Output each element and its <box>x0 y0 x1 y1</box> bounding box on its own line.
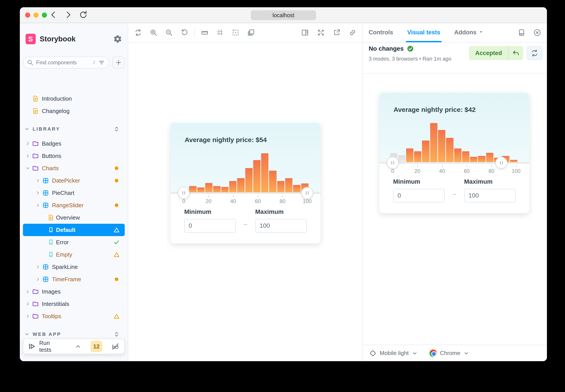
warning-triangle-icon <box>113 251 120 258</box>
axis-tick <box>492 165 492 167</box>
sidebar-item-changelog[interactable]: Changelog <box>23 105 125 117</box>
browser-selector[interactable]: Chrome <box>430 350 469 357</box>
browser-back-icon[interactable] <box>48 10 58 20</box>
chevron-right-icon[interactable] <box>25 141 30 146</box>
sidebar-item-overview[interactable]: Overview <box>23 211 125 224</box>
sidebar-item-rangeslider[interactable]: RangeSlider <box>23 199 125 211</box>
fullscreen-icon[interactable] <box>317 29 325 36</box>
filter-icon[interactable] <box>98 59 105 66</box>
slider-track[interactable] <box>171 192 320 194</box>
sidebar-item-error[interactable]: Error <box>23 236 125 248</box>
sidebar-item-images[interactable]: Images <box>23 285 125 298</box>
mode-selector[interactable]: Mobile light <box>369 350 418 357</box>
zoom-window-button[interactable] <box>42 13 47 18</box>
reset-zoom-icon[interactable] <box>181 29 188 36</box>
snapshot-card[interactable]: Average nightly price: $42 020406080100 … <box>379 93 529 213</box>
chevron-down-icon[interactable] <box>24 126 29 132</box>
watch-mode-icon[interactable] <box>111 342 119 350</box>
chevron-right-icon[interactable] <box>35 190 41 196</box>
chevron-right-icon[interactable] <box>25 153 30 159</box>
rerun-tests-button[interactable] <box>527 46 543 60</box>
snapshot-minimum-label: Minimum <box>393 178 445 185</box>
open-new-tab-icon[interactable] <box>333 29 340 36</box>
chevron-down-icon[interactable] <box>24 332 29 337</box>
sort-icon[interactable] <box>113 126 120 132</box>
close-panel-icon[interactable] <box>533 29 541 37</box>
address-bar[interactable]: localhost <box>251 10 316 20</box>
sidebar-item-introduction[interactable]: Introduction <box>23 93 125 105</box>
zoom-in-icon[interactable] <box>150 29 157 36</box>
section-header-library[interactable]: LIBRARY <box>23 123 125 135</box>
zoom-out-icon[interactable] <box>165 29 173 36</box>
sidebar-item-interstitials[interactable]: Interstitials <box>23 298 125 310</box>
histogram-bar <box>293 185 300 193</box>
sidebar-item-default[interactable]: Default <box>23 224 125 236</box>
minimum-input[interactable] <box>184 219 236 233</box>
sidebar-item-empty[interactable]: Empty <box>23 248 125 261</box>
component-tree: IntroductionChangelog LIBRARY BadgesButt… <box>23 93 125 361</box>
outline-icon[interactable] <box>232 29 239 36</box>
sidebar-item-timeframe[interactable]: TimeFrame <box>23 273 125 285</box>
chevron-right-icon[interactable] <box>25 301 30 307</box>
remount-component-icon[interactable] <box>134 29 142 36</box>
close-window-button[interactable] <box>25 13 30 18</box>
maximum-input[interactable] <box>255 219 307 233</box>
tab-addons[interactable]: Addons <box>454 23 484 42</box>
histogram-bars <box>181 149 308 193</box>
chevron-right-icon[interactable] <box>35 264 41 269</box>
chevron-right-icon[interactable] <box>35 178 41 183</box>
run-tests-bar[interactable]: Run tests 12 <box>23 339 125 354</box>
histogram-bar <box>221 187 229 193</box>
max-slider-handle[interactable] <box>301 187 313 199</box>
undo-accept-icon[interactable] <box>508 49 523 57</box>
toggle-addons-panel-icon[interactable] <box>301 29 309 36</box>
create-story-button[interactable] <box>112 56 125 69</box>
minimize-window-button[interactable] <box>33 13 39 18</box>
axis-label: 40 <box>439 168 445 174</box>
chevron-right-icon[interactable] <box>25 289 30 294</box>
browser-reload-icon[interactable] <box>78 10 88 20</box>
measure-ruler-icon[interactable] <box>201 29 208 36</box>
run-tests-play-icon[interactable] <box>28 343 36 350</box>
chevron-right-icon[interactable] <box>35 203 41 208</box>
histogram-bar <box>245 168 253 193</box>
axis-label: 100 <box>512 168 521 174</box>
axis-tick <box>417 165 418 167</box>
tab-visual-tests[interactable]: Visual tests <box>407 23 440 42</box>
collapse-tests-icon[interactable] <box>75 343 81 350</box>
backgrounds-icon[interactable] <box>247 29 255 36</box>
tab-controls[interactable]: Controls <box>369 23 393 42</box>
min-slider-handle[interactable] <box>178 187 190 199</box>
copy-link-icon[interactable] <box>349 29 356 36</box>
component-icon <box>42 190 49 196</box>
settings-gear-icon[interactable] <box>113 35 122 43</box>
chevron-down-icon <box>479 29 483 34</box>
accepted-button[interactable]: Accepted <box>469 46 523 60</box>
sort-icon[interactable] <box>113 331 120 338</box>
browser-chrome: localhost <box>20 7 547 23</box>
panel-position-icon[interactable] <box>518 29 525 36</box>
histogram-bar <box>229 181 236 193</box>
histogram-bar <box>454 148 462 163</box>
histogram-bar <box>213 186 220 193</box>
axis-label: 0 <box>182 198 185 204</box>
sidebar-item-buttons[interactable]: Buttons <box>23 150 125 162</box>
search-input[interactable]: Find components / <box>23 56 109 69</box>
chevron-right-icon[interactable] <box>35 277 41 282</box>
chevron-right-icon[interactable] <box>25 314 30 319</box>
chevron-down-icon[interactable] <box>25 166 30 171</box>
minimum-label: Minimum <box>184 208 236 215</box>
axis-label: 20 <box>206 198 212 204</box>
sidebar-item-sparkline[interactable]: SparkLine <box>23 261 125 273</box>
maximum-label: Maximum <box>255 208 307 215</box>
sidebar-item-piechart[interactable]: PieChart <box>23 187 125 199</box>
sidebar-item-charts[interactable]: Charts <box>23 162 125 174</box>
folder-icon <box>32 165 39 171</box>
sidebar-item-badges[interactable]: Badges <box>23 137 125 150</box>
grid-icon[interactable] <box>217 29 224 36</box>
component-icon <box>42 276 49 282</box>
sidebar-item-datepicker[interactable]: DatePicker <box>23 174 125 187</box>
sidebar-item-tooltips[interactable]: Tooltips <box>23 310 125 322</box>
browser-forward-icon[interactable] <box>63 10 73 20</box>
histogram-bar <box>438 130 445 163</box>
